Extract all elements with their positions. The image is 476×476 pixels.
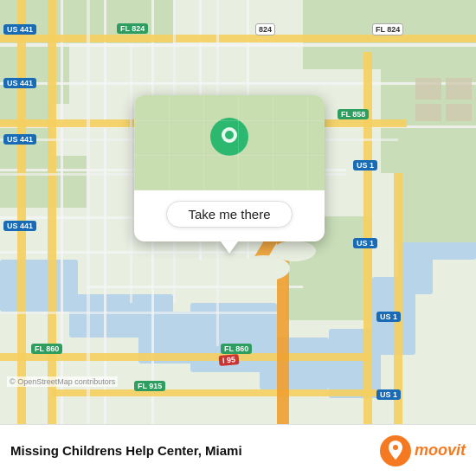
- popup-map-preview: [134, 95, 325, 190]
- road-label-us1-1: US 1: [353, 160, 377, 170]
- svg-rect-14: [398, 173, 476, 242]
- svg-rect-44: [415, 104, 441, 121]
- svg-point-53: [210, 118, 248, 156]
- road-label-fl915: FL 915: [134, 381, 165, 391]
- svg-rect-19: [0, 82, 476, 85]
- take-me-there-button[interactable]: Take me there: [166, 201, 292, 228]
- svg-rect-18: [0, 43, 476, 47]
- location-popup: Take me there: [134, 95, 325, 241]
- road-label-us441-4: US 441: [3, 221, 36, 231]
- road-label-fl860-2: FL 860: [221, 344, 252, 354]
- svg-rect-24: [87, 286, 303, 288]
- svg-rect-33: [52, 389, 381, 396]
- svg-rect-34: [17, 0, 26, 424]
- road-label-i95: I 95: [219, 354, 240, 366]
- moovit-text: moovit: [415, 441, 466, 460]
- road-label-us1-2: US 1: [353, 238, 377, 248]
- svg-point-58: [393, 445, 398, 450]
- map-container[interactable]: US 441 US 441 US 441 US 441 FL 824 824 F…: [0, 0, 476, 424]
- road-label-us441-2: US 441: [3, 78, 36, 88]
- svg-rect-46: [87, 0, 90, 424]
- svg-rect-10: [0, 0, 69, 104]
- road-label-fl850-2: FL 858: [338, 109, 369, 119]
- bottom-bar: Missing Childrens Help Center, Miami moo…: [0, 424, 476, 476]
- moovit-logo: moovit: [380, 435, 466, 466]
- road-label-fl860: FL 860: [31, 344, 62, 354]
- svg-point-54: [222, 127, 237, 143]
- map-attribution: © OpenStreetMap contributors: [7, 376, 118, 387]
- svg-point-55: [225, 131, 234, 139]
- svg-rect-30: [0, 35, 476, 42]
- location-pin-icon: [210, 118, 248, 168]
- location-name: Missing Childrens Help Center, Miami: [10, 443, 380, 458]
- moovit-icon: [380, 435, 411, 466]
- svg-rect-52: [0, 312, 277, 314]
- road-label-fl824-right: FL 824: [372, 23, 403, 35]
- road-label-us441-3: US 441: [3, 134, 36, 145]
- svg-rect-35: [48, 0, 56, 424]
- svg-point-41: [273, 241, 316, 261]
- road-label-us441-1: US 441: [3, 24, 36, 35]
- svg-rect-45: [446, 104, 472, 121]
- road-label-fl824: FL 824: [117, 23, 148, 34]
- road-label-824: 824: [255, 23, 275, 35]
- svg-rect-43: [446, 78, 472, 100]
- svg-rect-17: [0, 156, 87, 208]
- svg-rect-42: [415, 78, 441, 100]
- svg-rect-1: [0, 260, 78, 312]
- road-label-us1-3: US 1: [376, 312, 401, 322]
- road-label-us1-4: US 1: [376, 389, 401, 400]
- svg-rect-37: [394, 173, 402, 424]
- svg-rect-5: [260, 338, 329, 389]
